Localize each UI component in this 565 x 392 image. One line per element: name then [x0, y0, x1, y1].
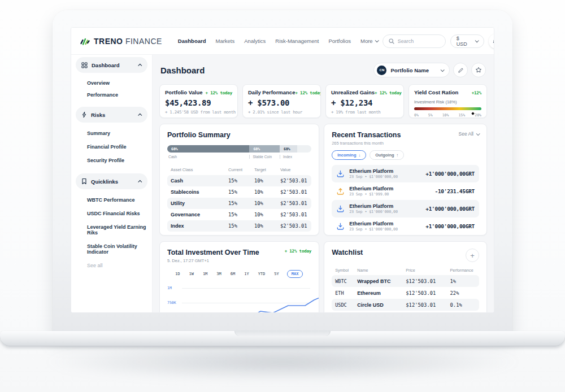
range-max[interactable]: MAX [287, 270, 303, 278]
brand-logo[interactable]: TRENO FINANCE [80, 37, 162, 46]
range-3m[interactable]: 3M [215, 271, 222, 277]
search-box[interactable] [383, 34, 446, 48]
stat-delta: + 12% today [206, 90, 232, 95]
table-row[interactable]: Index 15% 10% $2'503.01 [167, 220, 311, 232]
cell-asset: Stablecoins [167, 186, 225, 198]
favorite-portfolio-button[interactable] [471, 63, 486, 77]
cell-price: $12'503.01 [402, 299, 446, 311]
table-row[interactable]: Stablecoins 15% 10% $2'503.01 [167, 186, 311, 198]
col-price: Price [402, 265, 446, 275]
stat-value: + $12,234 [331, 98, 398, 107]
nav-dashboard[interactable]: Dashboard [178, 38, 206, 44]
arrow-down-icon: ↓ [359, 153, 361, 158]
transaction-amount: +1'000'000,00GRT [425, 223, 475, 229]
sidebar-item-security-profile[interactable]: Security Profile [87, 154, 147, 167]
range-1y[interactable]: 1Y [243, 271, 250, 277]
filter-label: Outgoing [375, 153, 394, 158]
transactions-subtitle: 265 transactions this month [332, 141, 401, 146]
sidebar-item-wbtc-performance[interactable]: WBTC Performance [87, 193, 147, 207]
chevron-down-icon [475, 38, 479, 42]
nav-markets[interactable]: Markets [215, 38, 234, 44]
sidebar-item-performance[interactable]: Performance [87, 89, 147, 101]
search-input[interactable] [398, 38, 437, 44]
watchlist-row[interactable]: ETH Ethereum $12'503.01 22% [332, 287, 479, 299]
portfolio-selector[interactable]: CN Portfolio Name [373, 63, 450, 77]
edit-portfolio-button[interactable] [453, 63, 468, 77]
col-value: Value [277, 165, 311, 175]
currency-label: $ USD [457, 36, 471, 47]
range-5y[interactable]: 5Y [273, 271, 280, 277]
see-all-label: See All [459, 131, 473, 137]
sidebar-item-usdc-financial-risks[interactable]: USDC Financial Risks [87, 207, 147, 220]
nav-more[interactable]: More [360, 38, 378, 44]
laptop-hinge-notch [234, 331, 331, 336]
nav-risk-management[interactable]: Risk-Management [275, 38, 319, 44]
range-1m[interactable]: 1M [202, 271, 208, 277]
watchlist-row[interactable]: WBTC Wrapped BTC $12'503.01 1% [332, 275, 479, 287]
stat-card-daily-performance[interactable]: Daily Performance + 12% today + $573.00 … [242, 84, 321, 118]
portfolio-summary-title: Portfolio Summary [167, 131, 311, 139]
transaction-row[interactable]: Etherium Platform 23 Sep • $1'999.00 -10… [332, 182, 479, 200]
watchlist-title: Watchlist [332, 249, 363, 256]
watchlist-row[interactable]: USDC Circle USD $12'503.01 0.1% [332, 299, 479, 311]
sidebar-section-quicklinks[interactable]: Quicklinks [76, 173, 147, 189]
recent-transactions-card: Recent Transactions 265 transactions thi… [324, 124, 487, 236]
transaction-row[interactable]: Etherium Platform 23 Sep • $1'000'000,00… [332, 200, 479, 217]
range-1w[interactable]: 1W [188, 271, 194, 277]
chevron-up-icon [138, 180, 142, 184]
stat-subtext: + 19% from last month [331, 110, 398, 115]
sidebar-item-overview[interactable]: Overview [87, 77, 147, 89]
add-watchlist-button[interactable]: + [466, 249, 479, 262]
cell-asset: Governance [167, 209, 225, 220]
range-6m[interactable]: 6M [229, 271, 236, 277]
chevron-up-icon [138, 63, 142, 67]
table-row[interactable]: Governance 15% 10% $2'503.01 [167, 209, 311, 220]
range-ytd[interactable]: YTD [257, 271, 267, 277]
stat-card-yield-cost-ratio[interactable]: Yield Cost Ration +12% Investment Risk (… [408, 84, 487, 118]
cell-current: 15% [225, 186, 251, 198]
stat-cards-row: Portfolio Value + 12% today $45,423.89 +… [159, 84, 487, 118]
currency-selector[interactable]: $ USD [450, 34, 484, 48]
allocation-label-cash: Cash [168, 155, 177, 159]
chevron-up-icon [138, 113, 142, 117]
see-all-button[interactable]: See All [459, 131, 479, 137]
cell-current: 15% [225, 175, 251, 186]
sidebar-section-risks[interactable]: Risks [76, 107, 147, 123]
brand-name-bold: TRENO [94, 37, 123, 46]
bolt-icon [81, 111, 87, 118]
sidebar-item-financial-profile[interactable]: Financial Profile [87, 140, 147, 154]
transaction-filters: Incoming ↓ Outgoing ↑ [332, 150, 479, 160]
table-row[interactable]: Cash 15% 10% $2'503.01 [167, 175, 311, 186]
transaction-row[interactable]: Etherium Platform 23 Sep • $1'000'000,00… [332, 165, 479, 182]
star-icon [475, 67, 482, 73]
investment-chart: 1M 750K [167, 281, 311, 312]
col-target: Target [251, 165, 277, 175]
stat-card-portfolio-value[interactable]: Portfolio Value + 12% today $45,423.89 +… [159, 84, 238, 118]
notifications-button[interactable] [489, 34, 494, 49]
filter-outgoing[interactable]: Outgoing ↑ [370, 150, 404, 160]
sidebar-item-summary[interactable]: Summary [87, 127, 147, 140]
laptop-screen: TRENO FINANCE Dashboard Markets Analytic… [71, 27, 494, 313]
sidebar-section-dashboard[interactable]: Dashboard [76, 57, 147, 73]
sidebar-item-stable-coin-volatility[interactable]: Stable Coin Volatility Indicator [87, 239, 147, 259]
page-background: TRENO FINANCE Dashboard Markets Analytic… [0, 0, 565, 392]
page-header-actions: CN Portfolio Name [373, 63, 486, 77]
nav-analytics[interactable]: Analytics [244, 38, 266, 44]
y-axis-label: 750K [167, 300, 176, 305]
investment-line-series [249, 293, 319, 312]
table-row[interactable]: Utility 15% 10% $2'503.01 [167, 198, 311, 209]
sidebar-item-see-all[interactable]: See all [87, 259, 147, 272]
cell-value: $2'503.01 [277, 175, 311, 186]
transaction-row[interactable]: Etherium Platform 23 Sep • $1'000'000,00… [332, 217, 479, 235]
nav-portfolios[interactable]: Portfolios [328, 38, 351, 44]
line-chart [182, 281, 319, 312]
table-header-row: Asset Class Current Target Value [167, 165, 311, 175]
allocation-segment-stablecoin: 60% [249, 145, 280, 153]
range-1d[interactable]: 1D [174, 271, 181, 277]
filter-incoming[interactable]: Incoming ↓ [332, 150, 366, 160]
cell-asset: Utility [167, 198, 225, 209]
sidebar-item-leveraged-yield[interactable]: Leveraged Yield Earning Riks [87, 220, 147, 239]
brand-name-light: FINANCE [125, 37, 162, 46]
incoming-icon [336, 223, 345, 230]
stat-card-unrealized-gains[interactable]: Unrealized Gains + 12% today + $12,234 +… [325, 84, 404, 118]
